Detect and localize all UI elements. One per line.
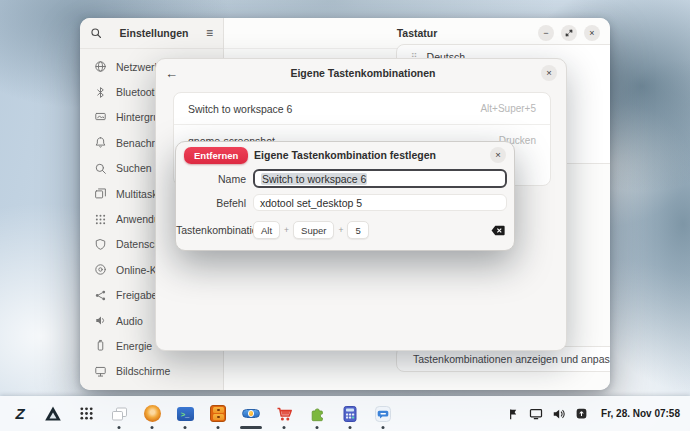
taskbar-apps: Z >_ (0, 404, 393, 424)
maximize-button[interactable] (561, 25, 577, 41)
sidebar-item-label: Netzwerk (116, 61, 160, 73)
window-switcher-icon[interactable] (109, 404, 129, 424)
edit-dialog-header: Entfernen Eigene Tastenkombination festl… (176, 142, 514, 168)
audio-icon (93, 314, 107, 328)
edit-dialog-title: Eigene Tastenkombination festlegen (176, 149, 514, 161)
shortcut-row[interactable]: Switch to workspace 6Alt+Super+5 (174, 93, 550, 124)
dialog-close-icon[interactable]: × (541, 65, 557, 81)
sidebar-item-label: Audio (116, 315, 143, 327)
search-icon[interactable] (90, 27, 102, 39)
sidebar-item-displays[interactable]: Bildschirme (80, 359, 223, 384)
system-tray: Fr, 28. Nov 07:58 (507, 407, 690, 421)
display-tray-icon[interactable] (529, 407, 543, 421)
keycap-super: Super (293, 221, 334, 239)
sidebar-item-label: Bildschirme (116, 365, 170, 377)
software-store-icon[interactable] (274, 404, 294, 424)
name-value: Switch to workspace 6 (261, 173, 367, 185)
online-accounts-icon (93, 263, 107, 277)
keycap-5: 5 (347, 221, 368, 239)
file-archiver-icon[interactable] (208, 404, 228, 424)
displays-icon (93, 364, 107, 378)
plus-separator: + (338, 225, 343, 235)
terminal-icon[interactable]: >_ (175, 404, 195, 424)
sidebar-item-label: Energie (116, 340, 152, 352)
command-label: Befehl (176, 197, 246, 209)
updates-tray-icon[interactable] (575, 407, 588, 420)
taskbar: Z >_ (0, 396, 690, 431)
edit-dialog-close-icon[interactable]: × (490, 147, 506, 163)
lion-browser-icon[interactable] (142, 404, 162, 424)
sidebar-title: Einstellungen (102, 27, 206, 39)
plus-separator: + (284, 225, 289, 235)
edit-shortcut-dialog: Entfernen Eigene Tastenkombination festl… (175, 141, 515, 251)
shortcut-row: Tastenkombination Alt+Super+5 (176, 219, 514, 241)
desktop: Einstellungen ≡ NetzwerkBluetoothHinterg… (0, 0, 690, 431)
custom-shortcuts-title: Eigene Tastenkombinationen (185, 67, 541, 79)
multitasking-icon (93, 187, 107, 201)
command-input[interactable]: xdotool set_desktop 5 (253, 194, 507, 211)
apps-icon (93, 212, 107, 226)
sidebar-item-label: Suchen (116, 162, 152, 174)
zorin-appearance-icon[interactable] (241, 404, 261, 424)
network-icon (93, 60, 107, 74)
keycap-alt: Alt (253, 221, 280, 239)
sidebar-item-label: Bluetooth (116, 86, 160, 98)
search-icon (93, 161, 107, 175)
backspace-icon[interactable] (491, 219, 505, 241)
volume-icon[interactable] (552, 407, 566, 421)
close-button[interactable]: × (584, 25, 600, 41)
keycap-row[interactable]: Alt+Super+5 (253, 221, 369, 239)
clock[interactable]: Fr, 28. Nov 07:58 (601, 408, 680, 419)
zorin-menu-icon[interactable]: Z (10, 404, 30, 424)
window-controls: − × (538, 25, 600, 41)
page-title: Tastatur (397, 27, 438, 39)
sidebar-item-label: Freigabe (116, 289, 157, 301)
calculator-icon[interactable] (340, 404, 360, 424)
shortcut-label: Tastenkombination (176, 224, 246, 236)
energy-icon (93, 339, 107, 353)
menu-icon[interactable]: ≡ (206, 26, 213, 40)
shortcut-name: Switch to workspace 6 (188, 103, 480, 115)
shortcut-binding: Alt+Super+5 (480, 103, 536, 114)
command-row: Befehl xdotool set_desktop 5 (176, 194, 514, 211)
app-grid-icon[interactable] (76, 404, 96, 424)
privacy-icon (93, 237, 107, 251)
custom-shortcuts-header: ← Eigene Tastenkombinationen × (156, 59, 566, 87)
notifications-icon (93, 136, 107, 150)
messenger-icon[interactable] (373, 404, 393, 424)
back-icon[interactable]: ← (165, 66, 185, 81)
shortcuts-link-label: Tastenkombinationen anzeigen und anpasse… (413, 353, 610, 365)
background-icon (93, 110, 107, 124)
input-indicator-icon[interactable] (507, 407, 520, 421)
name-input[interactable]: Switch to workspace 6 (253, 169, 507, 188)
minimize-button[interactable]: − (538, 25, 554, 41)
name-label: Name (176, 173, 246, 185)
sharing-icon (93, 288, 107, 302)
name-row: Name Switch to workspace 6 (176, 169, 514, 188)
anytype-icon[interactable] (43, 404, 63, 424)
sidebar-header: Einstellungen ≡ (80, 18, 223, 49)
bluetooth-icon (93, 85, 107, 99)
extensions-icon[interactable] (307, 404, 327, 424)
